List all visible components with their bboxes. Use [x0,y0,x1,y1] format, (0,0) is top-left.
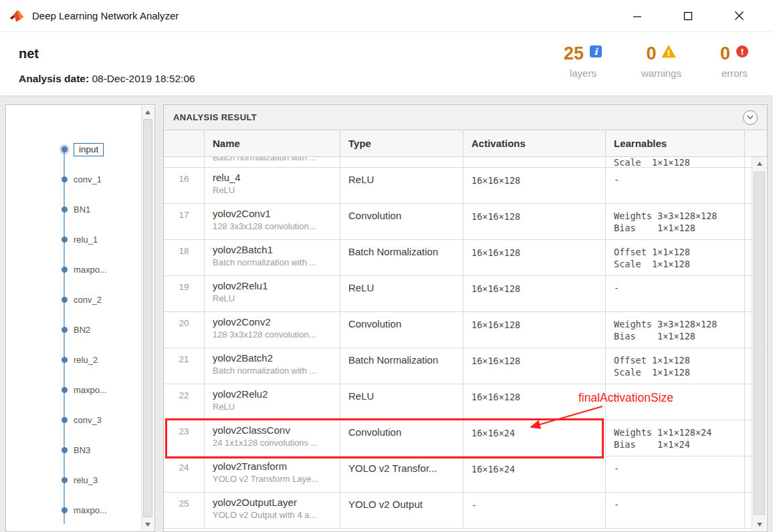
table-row-22[interactable]: 22 yolov2Relu2 ReLU ReLU 16×16×128 - [164,384,767,420]
window-title: Deep Learning Network Analyzer [32,10,179,21]
cell-name: yolov2Conv1 128 3x3x128 convolution... [205,204,340,239]
stat-layers[interactable]: 25 i layers [564,45,602,79]
column-header-learnables: Learnables [606,130,745,156]
table-row-25[interactable]: 25 yolov2OutputLayer YOLO v2 Output with… [164,493,767,529]
table-row-21[interactable]: 21 yolov2Batch2 Batch normalization with… [164,348,767,384]
graph-node[interactable]: conv_2 [6,285,141,315]
graph-node[interactable]: maxpo... [6,375,141,405]
graph-node[interactable]: relu_1 [6,225,141,255]
graph-node[interactable]: BN1 [6,194,141,225]
layer-name: yolov2Conv2 [213,316,336,327]
graph-node[interactable]: BN3 [6,435,141,465]
scrollbar-thumb[interactable] [143,119,152,517]
layer-desc: Batch normalization with ... [213,157,336,162]
graph-node[interactable]: conv_1 [6,164,141,194]
title-bar: Deep Learning Network Analyzer [0,0,773,32]
chevron-down-icon [747,115,754,120]
row-number: 20 [164,312,205,348]
info-icon[interactable]: i [589,45,602,58]
cell-type: ReLU [340,168,463,203]
scroll-up-button[interactable] [752,157,766,170]
close-button[interactable] [729,6,749,26]
collapse-panel-button[interactable] [743,110,758,125]
triangle-up-icon [757,162,762,166]
table-row-partial[interactable]: Batch normalization with ... Scale 1×1×1… [164,157,767,168]
graph-node[interactable]: relu_2 [6,345,141,375]
triangle-down-icon [757,523,762,527]
row-number: 17 [164,204,205,239]
column-header-spacer [745,130,767,156]
svg-text:!: ! [740,47,744,57]
node-dot [62,447,68,453]
scroll-down-button[interactable] [142,518,154,531]
graph-node[interactable]: BN2 [6,315,141,345]
node-label: BN2 [74,325,90,335]
table-header: Name Type Activations Learnables [164,130,767,157]
table-scrollbar[interactable] [752,157,766,531]
table-row-18[interactable]: 18 yolov2Batch1 Batch normalization with… [164,240,767,276]
graph-node[interactable]: maxpo... [6,255,141,285]
column-header-activations: Activations [463,130,606,156]
warning-icon[interactable]: ! [661,45,676,58]
maximize-button[interactable] [678,6,698,26]
node-label: conv_3 [74,415,102,425]
cell-name: relu_4 ReLU [205,168,340,203]
cell-name: yolov2Relu2 ReLU [205,384,340,420]
node-dot [62,357,68,363]
layer-name: yolov2Conv1 [213,208,336,219]
cell-learnables: Offset 1×1×128 Scale 1×1×128 [606,240,745,275]
node-label: maxpo... [74,505,107,515]
cell-type: Batch Normalization [340,240,463,275]
table-row-23-highlighted[interactable]: 23 yolov2ClassConv 24 1x1x128 convolutio… [164,420,767,456]
cell-learnables: - [606,456,745,492]
cell-type: ReLU [340,276,463,311]
cell-type: Batch Normalization [340,348,463,384]
error-icon[interactable]: ! [736,45,749,58]
stat-errors[interactable]: 0 ! errors [720,45,749,79]
cell-activations: 16×16×128 [463,240,606,275]
table-row-20[interactable]: 20 yolov2Conv2 128 3x3x128 convolution..… [164,312,767,348]
cell-activations: 16×16×128 [463,276,606,311]
cell-learnables: - [606,276,745,311]
matlab-logo-icon [9,9,25,23]
cell-learnables: - [606,168,745,203]
layer-desc: ReLU [213,185,336,195]
row-number: 25 [164,493,205,528]
stat-warnings[interactable]: 0 ! warnings [641,45,681,79]
table-row-24[interactable]: 24 yolov2Transform YOLO v2 Transform Lay… [164,456,767,493]
layer-name: yolov2Relu2 [213,388,336,400]
graph-scrollbar[interactable] [141,106,154,531]
cell-learnables: Weights 1×1×128×24 Bias 1×1×24 [606,420,745,456]
row-number: 16 [164,168,205,203]
scroll-down-button[interactable] [752,518,766,531]
cell-activations: - [463,493,606,528]
network-name: net [19,46,39,61]
layer-name: yolov2Batch1 [213,244,336,255]
layer-desc: 24 1x1x128 convolutions ... [213,438,336,448]
cell-type [340,157,463,167]
node-label: relu_1 [74,235,98,245]
row-number [164,157,205,167]
cell-learnables: Scale 1×1×128 [606,156,745,167]
header: net Analysis date: 08-Dec-2019 18:52:06 … [0,33,773,96]
node-dot [62,237,68,243]
graph-node[interactable]: relu_3 [6,465,141,495]
row-number: 19 [164,276,205,311]
graph-node[interactable]: conv_3 [6,405,141,435]
node-label: input [74,143,104,156]
layer-desc: YOLO v2 Transform Laye... [213,474,336,484]
scrollbar-thumb[interactable] [754,172,765,515]
scroll-up-button[interactable] [142,106,154,118]
graph-node[interactable]: maxpo... [6,495,141,525]
node-dot [62,417,68,423]
table-row-16[interactable]: 16 relu_4 ReLU ReLU 16×16×128 - [164,168,767,204]
table-row-19[interactable]: 19 yolov2Relu1 ReLU ReLU 16×16×128 - [164,276,767,312]
cell-type: Convolution [340,420,463,456]
svg-text:!: ! [667,49,671,58]
table-row-17[interactable]: 17 yolov2Conv1 128 3x3x128 convolution..… [164,204,767,240]
graph-node-input[interactable]: input [6,134,141,164]
cell-name: yolov2Transform YOLO v2 Transform Laye..… [205,456,340,492]
cell-type: ReLU [340,384,463,420]
row-number: 22 [164,384,205,420]
minimize-button[interactable] [627,6,647,26]
